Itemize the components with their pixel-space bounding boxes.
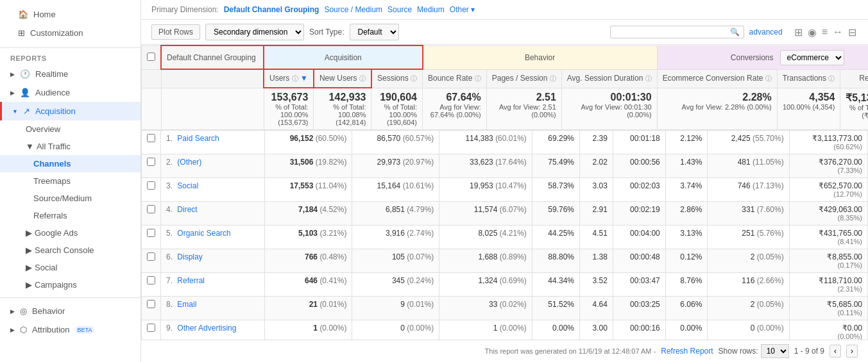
next-page-button[interactable]: › (846, 345, 858, 358)
grid-view-icon[interactable]: ⊟ (847, 25, 858, 40)
table-row: 4. Direct 7,184 (4.52%) 6,851 (4.79%) 11… (142, 202, 868, 226)
dim-default-channel[interactable]: Default Channel Grouping (224, 5, 319, 14)
row-revenue: ₹0.00 (0.00%) (789, 320, 867, 340)
row-checkbox[interactable] (142, 226, 161, 249)
triangle-icon-5: ▶ (26, 245, 32, 255)
select-all-checkbox[interactable] (142, 45, 162, 69)
row-sessions: 33,623 (17.64%) (439, 154, 532, 178)
overview-label: Overview (26, 124, 60, 134)
list-view-icon[interactable]: ↔ (831, 25, 844, 40)
triangle-icon-2: ▶ (10, 90, 15, 96)
sidebar-item-attribution[interactable]: ▶ ⬡ Attribution BETA (0, 320, 140, 339)
row-checkbox[interactable] (142, 297, 161, 320)
sidebar-item-overview[interactable]: Overview (0, 120, 140, 138)
col-pages-session-header: Pages / Session ⓘ (486, 69, 561, 88)
row-new-users: 0 (0.00%) (352, 320, 439, 340)
total-transactions: 4,354 100.00% (4,354) (777, 88, 840, 130)
row-avg-session: 00:00:16 (613, 320, 665, 340)
row-channel: 7. Referral (161, 273, 265, 297)
range-label: 1 - 9 of 9 (794, 347, 824, 356)
row-sessions: 11,574 (6.07%) (439, 202, 532, 226)
channel-link[interactable]: Social (177, 181, 198, 190)
row-checkbox[interactable] (142, 131, 161, 154)
row-checkbox[interactable] (142, 273, 161, 297)
channel-link[interactable]: Display (177, 252, 202, 261)
row-transactions: 2 (0.05%) (708, 249, 789, 273)
row-new-users: 29,973 (20.97%) (352, 154, 439, 178)
table-container: Default Channel Grouping Acquisition Beh… (141, 45, 868, 340)
row-checkbox[interactable] (142, 202, 161, 226)
table-view-icon[interactable]: ⊞ (793, 25, 804, 40)
row-transactions: 116 (2.66%) (708, 273, 789, 297)
sidebar-item-customization[interactable]: ⊞ Customization (8, 24, 133, 42)
dim-source-medium[interactable]: Source / Medium (324, 5, 382, 14)
row-ecomm-conv: 1.43% (665, 154, 708, 178)
plot-rows-button[interactable]: Plot Rows (151, 24, 200, 40)
advanced-link[interactable]: advanced (749, 28, 783, 37)
pie-view-icon[interactable]: ◉ (806, 25, 818, 40)
channel-link[interactable]: Other Advertising (177, 324, 236, 333)
sidebar-item-source-medium[interactable]: Source/Medium (0, 190, 140, 207)
sidebar-item-acquisition[interactable]: ▼ ↗ Acquisition (0, 102, 140, 120)
row-checkbox[interactable] (142, 178, 161, 202)
sidebar-item-social[interactable]: ▶ Social (0, 259, 140, 276)
row-checkbox[interactable] (142, 154, 161, 178)
sidebar-item-realtime[interactable]: ▶ 🕐 Realtime (0, 65, 140, 83)
prev-page-button[interactable]: ‹ (830, 345, 841, 358)
show-rows: Show rows: 10 25 50 (719, 344, 789, 358)
col-channel-header: Default Channel Grouping (161, 45, 264, 69)
channel-link[interactable]: (Other) (177, 158, 201, 167)
row-channel: 9. Other Advertising (161, 320, 265, 340)
sidebar-item-treemaps[interactable]: Treemaps (0, 172, 140, 190)
sidebar-item-search-console[interactable]: ▶ Search Console (0, 242, 140, 259)
row-bounce-rate: 44.34% (532, 273, 579, 297)
refresh-report-link[interactable]: Refresh Report (661, 347, 713, 356)
sidebar-item-all-traffic[interactable]: ▼ All Traffic (0, 138, 140, 155)
sidebar-item-home[interactable]: 🏠 Home (8, 5, 133, 24)
row-avg-session: 00:03:25 (613, 297, 665, 320)
behavior-label: Behavior (32, 306, 65, 316)
search-input[interactable] (615, 28, 730, 37)
sidebar-item-channels[interactable]: Channels (0, 155, 140, 172)
total-empty (142, 88, 162, 130)
bar-view-icon[interactable]: ≡ (821, 25, 829, 40)
channel-link[interactable]: Organic Search (177, 229, 230, 238)
show-rows-select[interactable]: 10 25 50 (761, 344, 789, 358)
sidebar-item-google-ads[interactable]: ▶ Google Ads (0, 224, 140, 242)
row-users: 766 (0.48%) (265, 249, 352, 273)
report-info-text: This report was generated on 11/6/19 at … (485, 347, 656, 355)
row-checkbox[interactable] (142, 320, 161, 340)
row-channel: 2. (Other) (161, 154, 265, 178)
referrals-label: Referrals (33, 211, 67, 220)
sort-type-select[interactable]: Default (350, 24, 399, 40)
channel-link[interactable]: Paid Search (177, 134, 219, 143)
row-channel: 1. Paid Search (161, 131, 265, 154)
sidebar-item-audience[interactable]: ▶ 👤 Audience (0, 83, 140, 102)
sidebar-item-behavior[interactable]: ▶ ◎ Behavior (0, 302, 140, 320)
row-pages-session: 2.39 (580, 131, 613, 154)
sidebar-item-campaigns[interactable]: ▶ Campaigns (0, 276, 140, 293)
channel-link[interactable]: Direct (177, 205, 197, 214)
conversions-dropdown[interactable]: eCommerce (780, 50, 844, 65)
triangle-icon-9: ▶ (10, 327, 15, 333)
total-new-users: 142,933 % of Total: 100.08% (142,814) (314, 88, 371, 130)
row-checkbox[interactable] (142, 249, 161, 273)
dim-source[interactable]: Source (387, 5, 412, 14)
dim-medium[interactable]: Medium (417, 5, 445, 14)
channel-link[interactable]: Email (177, 300, 196, 309)
secondary-dimension-select[interactable]: Secondary dimension (205, 24, 304, 40)
row-avg-session: 00:00:56 (613, 154, 665, 178)
search-icon[interactable]: 🔍 (730, 28, 740, 37)
row-sessions: 1,688 (0.89%) (439, 249, 532, 273)
total-ecomm-conv: 2.28% Avg for View: 2.28% (0.00%) (657, 88, 777, 130)
sidebar-item-referrals[interactable]: Referrals (0, 207, 140, 224)
group-conversions-header: Conversions eCommerce (657, 45, 868, 69)
sort-arrow: ▼ (300, 74, 308, 83)
row-new-users: 3,916 (2.74%) (352, 226, 439, 249)
dim-other[interactable]: Other ▾ (450, 5, 475, 14)
row-channel: 6. Display (161, 249, 265, 273)
row-users: 31,506 (19.82%) (265, 154, 352, 178)
row-new-users: 9 (0.01%) (352, 297, 439, 320)
bounce-info-icon: ⓘ (475, 75, 481, 82)
channel-link[interactable]: Referral (177, 276, 205, 285)
